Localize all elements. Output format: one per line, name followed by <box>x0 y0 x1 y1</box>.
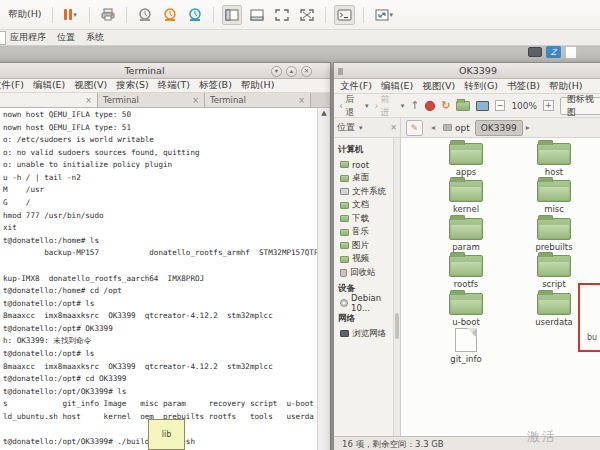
breadcrumb-left-icon[interactable]: ◂ <box>428 123 438 132</box>
tab-close-icon[interactable]: × <box>298 96 305 105</box>
computer-button[interactable] <box>476 101 489 111</box>
terminal-scrollbar[interactable]: ▲ <box>317 108 330 450</box>
maximize-button[interactable]: ▴ <box>286 66 297 77</box>
menu-file[interactable]: 文件(F) <box>340 80 372 93</box>
show-library-button[interactable] <box>222 5 242 25</box>
system-menu[interactable]: 系统 <box>86 31 104 44</box>
file-item-apps[interactable]: apps <box>422 140 510 178</box>
forward-button[interactable]: › 前进 ▾ <box>375 93 405 119</box>
disc-icon <box>340 299 348 307</box>
file-item-rootfs[interactable]: rootfs <box>422 253 510 291</box>
terminal-tab-3[interactable]: Terminal × <box>205 93 311 107</box>
sidebar-item-browse-network[interactable]: 浏览网络 <box>334 327 400 341</box>
show-thumbnail-bar-button[interactable] <box>247 5 267 25</box>
menu-file[interactable]: 文件(F) <box>0 79 24 92</box>
sidebar-item-root[interactable]: root <box>334 158 400 172</box>
sidebar-item-downloads[interactable]: 下载 <box>334 212 400 226</box>
breadcrumb-right-icon[interactable]: ▸ <box>523 123 533 132</box>
sidebar-item-desktop[interactable]: 桌面 <box>334 172 400 186</box>
edit-location-button[interactable]: ✎ <box>406 120 423 136</box>
zoom-out-button[interactable]: − <box>495 100 506 111</box>
sidebar-item-pictures[interactable]: 图片 <box>334 239 400 253</box>
menu-tabs[interactable]: 标签(B) <box>199 79 232 92</box>
highlighted-file-label[interactable]: bu <box>587 333 597 342</box>
keyboard-icon[interactable] <box>528 47 542 57</box>
console-view-button[interactable] <box>334 5 355 25</box>
back-button[interactable]: ‹ 后退 ▾ <box>339 93 369 119</box>
file-item-kernel[interactable]: kernel <box>422 178 510 216</box>
sidebar-scrollbar[interactable] <box>393 138 400 436</box>
file-list-view[interactable]: apps host kernel misc param prebuilts ro… <box>401 138 600 436</box>
home-folder-button[interactable] <box>456 101 470 111</box>
printer-button[interactable] <box>98 5 118 25</box>
applications-menu[interactable]: 应用程序 <box>10 31 46 44</box>
file-item-prebuilts[interactable]: prebuilts <box>510 215 598 253</box>
menu-view[interactable]: 视图(V) <box>422 80 455 93</box>
terminal-tab-2[interactable]: Terminal × <box>98 93 205 107</box>
menu-bookmarks[interactable]: 书签(B) <box>507 80 540 93</box>
tab-close-icon[interactable]: × <box>85 96 92 105</box>
tray-panel-icon[interactable] <box>565 46 577 59</box>
breadcrumb-ok3399[interactable]: OK3399 <box>475 120 523 136</box>
unity-mode-button[interactable] <box>297 5 317 25</box>
sidebar-item-debian-disc[interactable]: Debian 10...▴ <box>334 297 400 311</box>
file-item-u-boot[interactable]: u-boot <box>422 290 510 328</box>
folder-icon <box>449 218 483 240</box>
exit-fullscreen-icon <box>300 9 314 21</box>
chevron-down-icon[interactable]: ▾ <box>390 11 394 19</box>
file-manager-titlebar[interactable]: OK3399 <box>334 63 600 79</box>
fit-guest-button[interactable]: ▾ <box>372 5 397 25</box>
minimize-button[interactable]: ▾ <box>271 66 282 77</box>
sidebar-item-videos[interactable]: 视频 <box>334 253 400 267</box>
panel-edge-tab[interactable] <box>0 31 6 45</box>
stop-button[interactable] <box>425 101 435 111</box>
terminal-titlebar[interactable]: Terminal ▾ ▴ ✕ <box>0 63 330 79</box>
take-snapshot-button[interactable] <box>135 5 155 25</box>
chevron-down-icon[interactable]: ▾ <box>73 11 77 19</box>
menu-help[interactable]: 帮助(H) <box>241 79 275 92</box>
zoom-in-button[interactable]: + <box>543 100 554 111</box>
sidepane-close-icon[interactable]: × <box>390 123 397 132</box>
input-method-bar: Z <box>528 44 577 60</box>
manage-snapshots-button[interactable] <box>185 5 205 25</box>
up-button[interactable]: ↑ <box>410 99 419 112</box>
network-icon <box>340 330 349 337</box>
menu-edit[interactable]: 编辑(E) <box>381 80 413 93</box>
chevron-down-icon[interactable]: ▾ <box>365 102 369 110</box>
file-item-git-info[interactable]: git_info <box>422 328 510 366</box>
sidebar-item-documents[interactable]: 文档 <box>334 199 400 213</box>
places-menu[interactable]: 位置 <box>57 31 75 44</box>
menu-edit[interactable]: 编辑(E) <box>33 79 65 92</box>
view-mode-select[interactable]: 图标视图 ▾ <box>560 97 600 115</box>
file-item-param[interactable]: param <box>422 215 510 253</box>
refresh-button[interactable]: ↻ <box>441 99 450 112</box>
help-menu[interactable]: 帮助(H) <box>8 8 42 21</box>
sidebar-item-filesystem[interactable]: 文件系统 <box>334 185 400 199</box>
file-item-misc[interactable]: misc <box>510 178 598 216</box>
terminal-output[interactable]: nown host QEMU_IFLA type: 50 nown host Q… <box>0 108 330 450</box>
chevron-down-icon[interactable]: ▾ <box>401 102 405 110</box>
close-button[interactable]: ✕ <box>301 66 312 77</box>
terminal-tab-1[interactable]: Terminal × <box>0 93 98 107</box>
sidebar-item-music[interactable]: 音乐 <box>334 226 400 240</box>
scrollbar-thumb[interactable] <box>395 313 399 339</box>
menu-go[interactable]: 转到(G) <box>464 80 498 93</box>
sidepane-selector[interactable]: 位置 ▾ × <box>334 118 401 137</box>
pause-vm-button[interactable]: ▾ <box>61 5 81 25</box>
location-bar: 位置 ▾ × ✎ ◂ opt OK3399 ▸ <box>334 118 600 138</box>
menu-search[interactable]: 搜索(S) <box>116 79 148 92</box>
file-item-host[interactable]: host <box>510 140 598 178</box>
activation-watermark: 激活 <box>527 428 557 446</box>
annotation-highlight-box: bu <box>578 283 600 352</box>
menu-terminal[interactable]: 终端(T) <box>158 79 190 92</box>
menu-view[interactable]: 视图(V) <box>74 79 107 92</box>
input-language-icon[interactable]: Z <box>546 46 561 58</box>
sidebar-item-trash[interactable]: 回收站 <box>334 266 400 280</box>
breadcrumb-opt[interactable]: opt <box>438 120 475 136</box>
revert-snapshot-button[interactable] <box>160 5 180 25</box>
menu-help[interactable]: 帮助(H) <box>549 80 583 93</box>
fullscreen-button[interactable] <box>272 5 292 25</box>
folder-icon <box>340 202 349 209</box>
scroll-up-icon[interactable]: ▲ <box>318 109 330 117</box>
tab-close-icon[interactable]: × <box>192 96 199 105</box>
